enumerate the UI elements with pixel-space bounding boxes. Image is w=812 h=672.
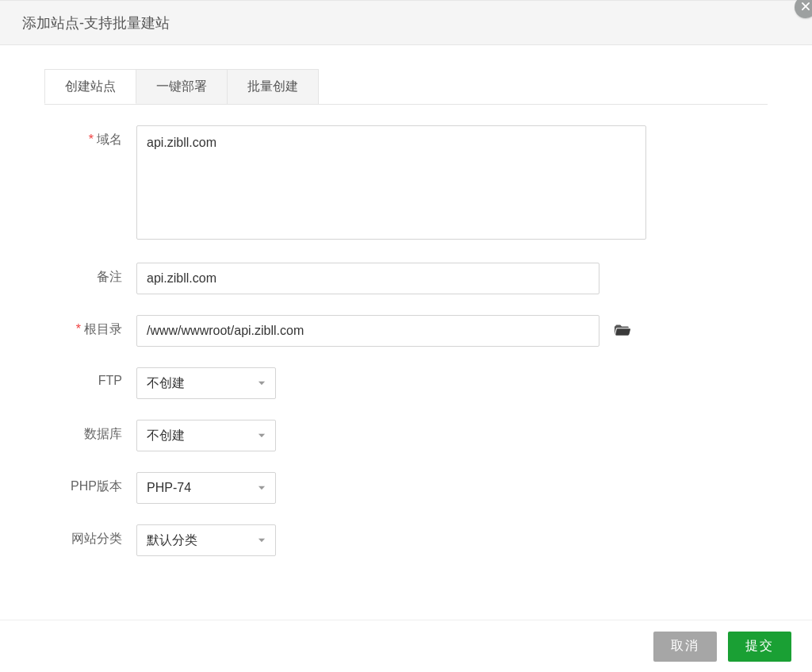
folder-open-icon — [614, 321, 631, 341]
site-category-select-value: 默认分类 — [147, 532, 197, 549]
database-select-value: 不创建 — [147, 428, 185, 444]
domain-input[interactable]: api.zibll.com — [136, 125, 646, 240]
cancel-button[interactable]: 取消 — [653, 632, 717, 662]
row-database: 数据库 不创建 — [44, 420, 768, 451]
label-ftp: FTP — [44, 367, 136, 388]
close-icon — [800, 1, 811, 14]
root-dir-input[interactable] — [136, 315, 599, 347]
chevron-down-icon — [256, 378, 267, 389]
label-root-dir: *根目录 — [44, 315, 136, 338]
tabs: 创建站点 一键部署 批量创建 — [44, 69, 768, 105]
label-php-version: PHP版本 — [44, 472, 136, 495]
site-category-select[interactable]: 默认分类 — [136, 524, 276, 556]
tab-one-click-deploy[interactable]: 一键部署 — [136, 69, 228, 104]
database-select[interactable]: 不创建 — [136, 420, 276, 451]
label-remark: 备注 — [44, 263, 136, 286]
chevron-down-icon — [256, 482, 267, 493]
row-ftp: FTP 不创建 — [44, 367, 768, 399]
row-domain: *域名 api.zibll.com — [44, 125, 768, 242]
row-root-dir: *根目录 — [44, 315, 768, 347]
row-site-category: 网站分类 默认分类 — [44, 524, 768, 556]
chevron-down-icon — [256, 430, 267, 441]
tab-create-site[interactable]: 创建站点 — [44, 69, 136, 104]
ftp-select-value: 不创建 — [147, 375, 185, 392]
modal-title: 添加站点-支持批量建站 — [0, 1, 812, 45]
row-remark: 备注 — [44, 263, 768, 294]
row-php-version: PHP版本 PHP-74 — [44, 472, 768, 504]
site-form: *域名 api.zibll.com 备注 *根目录 — [44, 105, 768, 556]
tab-batch-create[interactable]: 批量创建 — [227, 69, 319, 104]
remark-input[interactable] — [136, 263, 599, 294]
label-domain: *域名 — [44, 125, 136, 148]
php-version-select-value: PHP-74 — [147, 481, 191, 495]
modal-footer: 取消 提交 — [0, 620, 812, 672]
add-site-modal: 添加站点-支持批量建站 创建站点 一键部署 批量创建 *域名 api.zibll… — [0, 0, 812, 672]
php-version-select[interactable]: PHP-74 — [136, 472, 276, 504]
label-site-category: 网站分类 — [44, 524, 136, 547]
chevron-down-icon — [256, 535, 267, 546]
label-database: 数据库 — [44, 420, 136, 443]
submit-button[interactable]: 提交 — [728, 632, 791, 662]
ftp-select[interactable]: 不创建 — [136, 367, 276, 399]
browse-folder-button[interactable] — [614, 321, 631, 341]
